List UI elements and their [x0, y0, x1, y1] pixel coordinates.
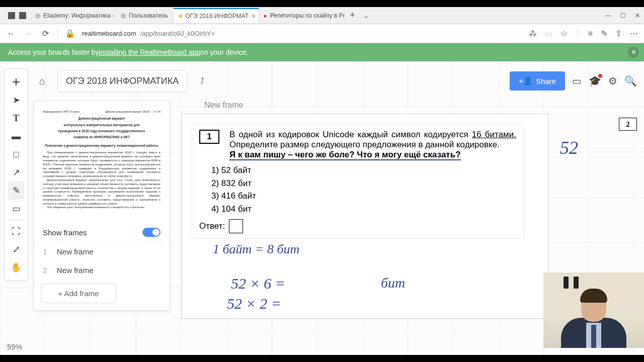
tab-label: Пользователь: [129, 12, 168, 19]
banner-link[interactable]: installing the RealtimeBoard app: [99, 48, 201, 56]
frame-title[interactable]: New frame: [204, 101, 637, 110]
zoom-level[interactable]: 59%: [7, 342, 22, 351]
home-button[interactable]: ⌂: [33, 72, 51, 90]
show-frames-toggle[interactable]: [142, 228, 160, 237]
show-frames-label: Show frames: [43, 228, 87, 237]
answer-box: [229, 219, 243, 233]
translate-icon[interactable]: ⁂: [529, 29, 537, 38]
toolbar: + ➤ T ▬ □ ↗ ✎ ▭ ⛶ ⤢ ✋: [4, 68, 28, 281]
handwriting: 1 байт = 8 бит: [213, 242, 299, 257]
frames-panel: Информатика и ИКТ. 9 классДемонстрационн…: [33, 101, 170, 311]
tab-favicon: ◎: [121, 12, 126, 19]
document-thumbnail[interactable]: Информатика и ИКТ. 9 классДемонстрационн…: [41, 108, 163, 219]
new-tab-button[interactable]: +: [345, 10, 360, 21]
browser-tab[interactable]: ◎Eliademy: Информатика - С: [30, 8, 116, 23]
close-tab-icon[interactable]: ×: [252, 12, 256, 20]
install-banner: Access your boards faster by installing …: [0, 43, 644, 61]
browser-tab[interactable]: ◎Пользователь: [116, 8, 174, 23]
lock-icon[interactable]: 🔒: [65, 29, 75, 38]
board-title[interactable]: ОГЭ 2018 ИНФОРМАТИКА: [57, 70, 187, 92]
search-icon[interactable]: 🔍: [624, 75, 637, 87]
frame[interactable]: 1 В одной из кодировок Unicode каждый си…: [181, 114, 548, 319]
shape-tool[interactable]: □: [8, 145, 24, 163]
forward-button[interactable]: →: [23, 29, 33, 38]
url-host: realtimeboard.com: [82, 30, 136, 37]
frame-label: New frame: [57, 266, 94, 275]
handwriting: 52 × 6 =: [231, 275, 285, 292]
share-label: Share: [536, 77, 556, 85]
reading-view-icon[interactable]: ▭: [545, 29, 552, 38]
person: [558, 288, 629, 348]
problem-text: В одной из кодировок Unicode каждый симв…: [229, 130, 516, 160]
close-window-button[interactable]: ✕: [635, 12, 640, 19]
banner-text: Access your boards faster by: [8, 48, 99, 56]
share-button[interactable]: +👤Share: [510, 71, 565, 90]
select-tool[interactable]: ➤: [8, 91, 24, 109]
app-header: ⌂ ОГЭ 2018 ИНФОРМАТИКА ⤴ +👤Share ▭ 🎓 ⚙ 🔍: [33, 68, 637, 94]
tab-label: ОГЭ 2018 ИНФОРМАТ: [185, 13, 249, 20]
hand-tool[interactable]: ✋: [8, 258, 24, 277]
url-path: /app/board/o9J_k0OirbY=: [140, 30, 215, 37]
browser-tab-active[interactable]: ■ОГЭ 2018 ИНФОРМАТ×: [174, 8, 259, 23]
arrow-tool[interactable]: ↗: [8, 163, 24, 182]
url-field[interactable]: realtimeboard.com/app/board/o9J_k0OirbY=: [82, 30, 522, 37]
add-tool[interactable]: +: [8, 73, 24, 91]
tab-dropdown-icon[interactable]: ⌄: [360, 11, 372, 20]
page-marker[interactable]: 2: [619, 118, 637, 131]
answer-row: Ответ:: [199, 219, 516, 233]
tab-overview-icon[interactable]: [19, 12, 26, 19]
comment-tool[interactable]: ▭: [8, 200, 24, 218]
export-button[interactable]: ⤴: [193, 72, 211, 90]
favorites-icon[interactable]: ☆: [560, 29, 568, 38]
webcam-feed: [543, 273, 644, 348]
handwriting: 52 × 2 =: [227, 295, 281, 312]
tab-favicon: ■: [179, 13, 182, 20]
banner-text: on your device.: [200, 48, 248, 56]
maximize-button[interactable]: ☐: [620, 12, 626, 19]
frame-list-item[interactable]: 1New frame: [41, 242, 163, 261]
share-page-icon[interactable]: ⇪: [615, 29, 622, 38]
tab-label: Репетиторы по скайпу в Pr: [270, 12, 345, 19]
notification-dot: [598, 74, 602, 78]
address-bar: ← → ⟳ 🔒 realtimeboard.com/app/board/o9J_…: [0, 24, 644, 43]
minimize-button[interactable]: —: [605, 12, 611, 19]
handwriting: бит: [381, 275, 405, 291]
problem-card: 1 В одной из кодировок Unicode каждый си…: [192, 124, 524, 239]
pen-tool[interactable]: ✎: [8, 182, 24, 200]
handwriting: 52: [560, 137, 578, 158]
add-user-icon: +👤: [519, 76, 533, 85]
add-frame-button[interactable]: + Add frame: [41, 284, 116, 303]
answer-options: 1) 52 байт 2) 832 бит 3) 416 байт 4) 104…: [211, 164, 516, 215]
frame-list-item[interactable]: 2New frame: [41, 261, 163, 280]
text-tool[interactable]: T: [8, 109, 24, 127]
more-icon[interactable]: ⋯: [630, 29, 638, 38]
frame-label: New frame: [57, 247, 94, 256]
sticky-tool[interactable]: ▬: [8, 127, 24, 145]
browser-tab[interactable]: ▸Репетиторы по скайпу в Pr: [259, 8, 345, 23]
frames-tool[interactable]: ⛶: [8, 222, 24, 240]
back-button[interactable]: ←: [6, 29, 16, 38]
chat-icon[interactable]: ▭: [572, 75, 582, 87]
academy-icon[interactable]: 🎓: [589, 75, 601, 87]
sidebar-toggle-icon[interactable]: [8, 12, 15, 19]
realtimeboard-app: + ➤ T ▬ □ ↗ ✎ ▭ ⛶ ⤢ ✋ 59% ⌂ ОГЭ 2018 ИНФ…: [0, 61, 644, 355]
tab-label: Eliademy: Информатика - С: [43, 12, 116, 19]
tab-favicon: ◎: [35, 12, 40, 19]
hub-icon[interactable]: ≡: [588, 29, 593, 38]
settings-icon[interactable]: ⚙: [608, 75, 617, 87]
reload-button[interactable]: ⟳: [40, 29, 50, 38]
notes-icon[interactable]: ✎: [601, 29, 607, 38]
problem-number: 1: [199, 130, 219, 144]
browser-tab-strip: ◎Eliademy: Информатика - С ◎Пользователь…: [0, 7, 644, 24]
tab-favicon: ▸: [264, 12, 267, 19]
fullscreen-tool[interactable]: ⤢: [8, 240, 24, 258]
banner-close-button[interactable]: ✕: [628, 47, 639, 58]
